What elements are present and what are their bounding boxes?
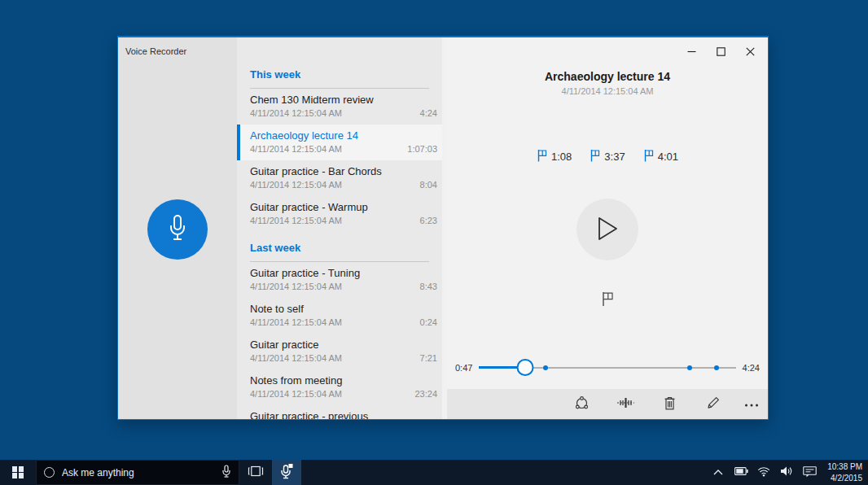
recordings-list: This week Chem 130 Midterm review 4/11/2… — [237, 37, 447, 419]
recording-duration: 23:24 — [414, 389, 437, 399]
player-toolbar — [447, 389, 768, 419]
recording-title: Guitar practice - previous — [250, 410, 437, 419]
wifi-button[interactable] — [752, 460, 775, 485]
recording-duration: 8:43 — [420, 282, 437, 291]
more-button[interactable] — [735, 389, 768, 419]
slider-thumb[interactable] — [516, 359, 533, 376]
task-view-button[interactable] — [239, 460, 272, 485]
recording-item[interactable]: Guitar practice 4/11/2014 12:15:04 AM 7:… — [237, 334, 442, 369]
recording-duration: 0:24 — [420, 317, 437, 327]
recording-duration: 7:21 — [420, 353, 437, 363]
current-time: 0:47 — [455, 363, 472, 373]
seek-bar: 0:47 4:24 — [455, 356, 760, 380]
recording-title: Notes from meeting — [250, 374, 437, 387]
window-controls — [677, 41, 765, 63]
recording-title: Guitar practice — [250, 339, 437, 351]
rename-icon — [706, 395, 721, 413]
flag-icon — [643, 149, 654, 164]
player-header: Archaeology lecture 14 4/11/2014 12:15:0… — [447, 70, 768, 96]
section-header-last-week: Last week — [250, 242, 429, 262]
flag-time: 3:37 — [604, 151, 625, 163]
recording-item-truncated[interactable]: Guitar practice - previous — [237, 405, 442, 419]
share-button[interactable] — [559, 389, 603, 419]
search-mic-button[interactable] — [221, 465, 231, 481]
volume-button[interactable] — [775, 460, 798, 485]
player-recording-title: Archaeology lecture 14 — [447, 70, 768, 83]
recording-date: 4/11/2014 12:15:04 AM — [250, 180, 342, 190]
flag-icon — [537, 149, 547, 164]
flag-icon — [590, 149, 600, 164]
flag-marker[interactable]: 4:01 — [643, 149, 678, 164]
record-pane: Voice Recorder — [118, 37, 237, 419]
recording-duration: 6:23 — [420, 216, 437, 225]
voice-recorder-taskbar-button[interactable] — [272, 460, 301, 485]
start-button[interactable] — [0, 460, 36, 485]
flag-marker-dot — [687, 365, 692, 370]
play-icon — [594, 214, 620, 246]
recording-item[interactable]: Notes from meeting 4/11/2014 12:15:04 AM… — [237, 369, 442, 405]
app-title: Voice Recorder — [118, 37, 237, 56]
trim-icon — [617, 395, 634, 413]
battery-button[interactable] — [730, 460, 752, 485]
clock-date: 4/2/2015 — [827, 473, 862, 484]
play-button[interactable] — [576, 199, 638, 260]
recording-duration: 8:04 — [420, 180, 437, 190]
minimize-button[interactable] — [677, 41, 706, 63]
maximize-button[interactable] — [706, 41, 735, 63]
flag-marker-dot — [714, 365, 719, 370]
recording-date: 4/11/2014 12:15:04 AM — [250, 108, 342, 118]
action-center-button[interactable] — [798, 460, 821, 485]
delete-button[interactable] — [647, 389, 691, 419]
close-button[interactable] — [735, 41, 765, 63]
recording-title: Guitar practice - Bar Chords — [250, 165, 437, 177]
recording-item[interactable]: Note to self 4/11/2014 12:15:04 AM 0:24 — [237, 298, 442, 334]
voice-recorder-window: Voice Recorder This week Chem 130 Midter… — [117, 36, 769, 420]
minimize-icon — [687, 46, 696, 59]
rename-button[interactable] — [691, 389, 735, 419]
share-icon — [574, 395, 590, 413]
tray-expand-button[interactable] — [707, 460, 730, 485]
recording-duration: 4:24 — [420, 108, 437, 118]
microphone-icon — [167, 214, 188, 246]
search-input[interactable] — [62, 467, 214, 478]
delete-icon — [663, 395, 677, 413]
recording-title: Guitar practice - Warmup — [250, 201, 437, 213]
taskbar: 10:38 PM 4/2/2015 — [0, 460, 868, 485]
windows-logo-icon — [12, 466, 24, 478]
recording-date: 4/11/2014 12:15:04 AM — [250, 282, 342, 291]
voice-recorder-app-icon — [279, 463, 294, 482]
action-center-icon — [803, 465, 817, 480]
recording-date: 4/11/2014 12:15:04 AM — [250, 216, 342, 225]
recording-duration: 1:07:03 — [407, 144, 437, 154]
flag-time: 4:01 — [658, 151, 678, 163]
recording-item[interactable]: Guitar practice - Bar Chords 4/11/2014 1… — [237, 160, 442, 196]
add-flag-button[interactable] — [601, 291, 614, 309]
total-time: 4:24 — [743, 363, 760, 373]
recording-date: 4/11/2014 12:15:04 AM — [250, 144, 342, 154]
clock-time: 10:38 PM — [827, 461, 862, 473]
search-box[interactable] — [36, 460, 239, 485]
recording-title: Note to self — [250, 303, 437, 315]
flag-time: 1:08 — [551, 151, 572, 163]
record-button[interactable] — [147, 199, 208, 260]
more-icon — [744, 398, 759, 410]
recording-item-selected[interactable]: Archaeology lecture 14 4/11/2014 12:15:0… — [237, 125, 442, 160]
cortana-icon — [44, 467, 55, 478]
trim-button[interactable] — [603, 389, 647, 419]
flag-marker[interactable]: 1:08 — [537, 149, 572, 164]
slider-track[interactable] — [479, 358, 735, 378]
recording-date: 4/11/2014 12:15:04 AM — [250, 389, 342, 399]
recording-item[interactable]: Chem 130 Midterm review 4/11/2014 12:15:… — [237, 89, 442, 125]
taskbar-clock[interactable]: 10:38 PM 4/2/2015 — [827, 461, 862, 483]
recording-item[interactable]: Guitar practice - Tuning 4/11/2014 12:15… — [237, 262, 442, 298]
recording-item[interactable]: Guitar practice - Warmup 4/11/2014 12:15… — [237, 196, 442, 232]
recording-title: Guitar practice - Tuning — [250, 267, 437, 279]
flag-marker[interactable]: 3:37 — [590, 149, 625, 164]
recording-date: 4/11/2014 12:15:04 AM — [250, 317, 342, 327]
player-pane: Archaeology lecture 14 4/11/2014 12:15:0… — [447, 37, 768, 419]
system-tray: 10:38 PM 4/2/2015 — [707, 460, 868, 485]
recording-title: Chem 130 Midterm review — [250, 94, 437, 106]
flag-marker-dot — [543, 365, 548, 370]
volume-icon — [780, 465, 793, 479]
maximize-icon — [717, 46, 726, 59]
